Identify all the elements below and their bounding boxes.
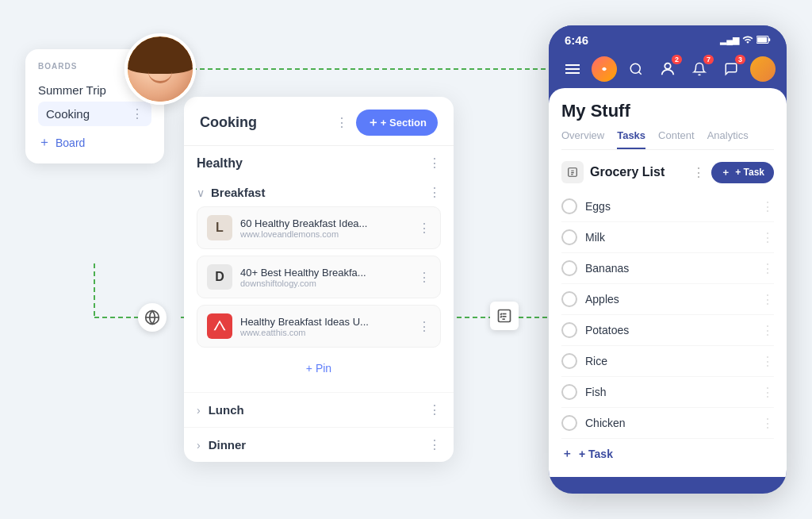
task-item-milk[interactable]: Milk ⋮ [561, 222, 774, 253]
checkbox-potatoes[interactable] [561, 322, 577, 338]
task-item-bananas[interactable]: Bananas ⋮ [561, 253, 774, 284]
svg-line-21 [638, 71, 641, 74]
svg-point-22 [665, 63, 670, 69]
svg-rect-14 [757, 37, 767, 42]
tab-analytics[interactable]: Analytics [707, 129, 749, 149]
link-item-3[interactable]: Healthy Breakfast Ideas U... www.eatthis… [197, 305, 441, 348]
tab-overview[interactable]: Overview [561, 129, 604, 149]
link-url-2: downshiftology.com [240, 279, 410, 288]
checkbox-apples[interactable] [561, 291, 577, 307]
dinner-row[interactable]: › Dinner ⋮ [184, 427, 454, 462]
task-item-apples[interactable]: Apples ⋮ [561, 284, 774, 315]
add-task-button[interactable]: ＋ + Task [711, 162, 774, 183]
lunch-options-icon[interactable]: ⋮ [428, 402, 441, 417]
user-badge: 2 [672, 55, 682, 64]
healthy-header: Healthy ⋮ [197, 156, 441, 171]
phone-nav-bar: 2 7 3 [549, 52, 787, 88]
rice-options-icon[interactable]: ⋮ [761, 354, 774, 369]
task-item-rice[interactable]: Rice ⋮ [561, 346, 774, 377]
favicon-D: D [207, 264, 232, 290]
tab-content[interactable]: Content [658, 129, 695, 149]
task-label-chicken: Chicken [585, 417, 626, 429]
phone-time: 6:46 [565, 33, 588, 47]
link-title-3: Healthy Breakfast Ideas U... [240, 316, 410, 328]
add-task-plus-icon: ＋ [561, 447, 573, 461]
eggs-options-icon[interactable]: ⋮ [761, 199, 774, 214]
hamburger-icon[interactable] [560, 56, 585, 82]
task-item-eggs[interactable]: Eggs ⋮ [561, 191, 774, 222]
add-task-row[interactable]: ＋ + Task [561, 439, 774, 461]
phone-status-icons: ▂▄▆ [720, 34, 771, 47]
checkbox-rice[interactable] [561, 353, 577, 369]
task-plus-icon: ＋ [721, 166, 730, 179]
breakfast-options-icon[interactable]: ⋮ [428, 185, 441, 200]
link-url-3: www.eatthis.com [240, 328, 410, 337]
cooking-more-icon[interactable]: ⋮ [131, 106, 144, 121]
potatoes-options-icon[interactable]: ⋮ [761, 323, 774, 338]
fish-options-icon[interactable]: ⋮ [761, 385, 774, 400]
chicken-options-icon[interactable]: ⋮ [761, 416, 774, 431]
task-label-rice: Rice [585, 355, 607, 367]
cooking-options-icon[interactable]: ⋮ [335, 115, 348, 130]
board-item-cooking[interactable]: Cooking ⋮ [38, 102, 151, 126]
task-item-potatoes[interactable]: Potatoes ⋮ [561, 315, 774, 346]
breakfast-chevron-icon[interactable]: ∨ [197, 186, 205, 199]
dinner-options-icon[interactable]: ⋮ [428, 437, 441, 452]
search-icon[interactable] [623, 56, 649, 82]
add-pin-button[interactable]: + Pin [197, 354, 441, 383]
phone-content: My Stuff Overview Tasks Content Analytic… [549, 88, 787, 477]
healthy-options-icon[interactable]: ⋮ [428, 156, 441, 171]
plus-icon: ＋ [38, 134, 51, 151]
chat-icon[interactable]: 3 [718, 56, 744, 82]
link-title-2: 40+ Best Healthy Breakfa... [240, 267, 410, 279]
user-avatar-icon[interactable]: 2 [655, 56, 680, 82]
breakfast-row: ∨ Breakfast ⋮ [197, 179, 441, 206]
dinner-label: Dinner [209, 438, 247, 452]
profile-avatar[interactable] [750, 56, 776, 82]
phone-tabs: Overview Tasks Content Analytics [561, 129, 774, 150]
battery-icon [756, 35, 771, 46]
checkbox-milk[interactable] [561, 229, 577, 245]
app-logo-icon[interactable] [592, 56, 617, 82]
link-item-2[interactable]: D 40+ Best Healthy Breakfa... downshifto… [197, 256, 441, 298]
dinner-chevron-icon: › [197, 439, 201, 452]
lunch-label: Lunch [209, 403, 244, 417]
grocery-options-icon[interactable]: ⋮ [692, 165, 705, 180]
checkbox-eggs[interactable] [561, 198, 577, 214]
checkbox-chicken[interactable] [561, 415, 577, 431]
link1-options-icon[interactable]: ⋮ [418, 221, 431, 236]
milk-options-icon[interactable]: ⋮ [761, 230, 774, 245]
link-item-1[interactable]: L 60 Healthy Breakfast Idea... www.lovea… [197, 206, 441, 249]
tasklist-icon [490, 302, 519, 330]
add-section-button[interactable]: ＋ + Section [356, 110, 438, 136]
task-label-fish: Fish [585, 386, 606, 398]
cooking-panel: Cooking ⋮ ＋ + Section Healthy ⋮ ∨ Breakf… [184, 97, 454, 462]
task-label-potatoes: Potatoes [585, 324, 629, 336]
bananas-options-icon[interactable]: ⋮ [761, 261, 774, 276]
cooking-header: Cooking ⋮ ＋ + Section [184, 97, 454, 146]
wifi-icon [742, 34, 753, 47]
favicon-red [207, 313, 232, 339]
chat-badge: 3 [735, 55, 745, 64]
healthy-section: Healthy ⋮ ∨ Breakfast ⋮ L 60 Healthy Bre… [184, 146, 454, 392]
globe-icon [138, 303, 167, 332]
favicon-L: L [207, 215, 232, 240]
task-label-apples: Apples [585, 293, 619, 306]
section-plus-icon: ＋ [367, 115, 379, 130]
tab-tasks[interactable]: Tasks [617, 129, 645, 149]
task-label-eggs: Eggs [585, 200, 611, 213]
task-item-fish[interactable]: Fish ⋮ [561, 377, 774, 408]
mobile-phone: 6:46 ▂▄▆ 2 [549, 25, 787, 494]
add-board-button[interactable]: ＋ Board [38, 134, 151, 151]
task-item-chicken[interactable]: Chicken ⋮ [561, 408, 774, 439]
lunch-row[interactable]: › Lunch ⋮ [184, 392, 454, 427]
task-label-bananas: Bananas [585, 262, 629, 275]
bell-icon[interactable]: 7 [687, 56, 712, 82]
avatar [124, 33, 196, 105]
link3-options-icon[interactable]: ⋮ [418, 319, 431, 334]
checkbox-bananas[interactable] [561, 260, 577, 276]
checkbox-fish[interactable] [561, 384, 577, 400]
link2-options-icon[interactable]: ⋮ [418, 270, 431, 285]
svg-point-20 [630, 63, 640, 73]
apples-options-icon[interactable]: ⋮ [761, 292, 774, 307]
